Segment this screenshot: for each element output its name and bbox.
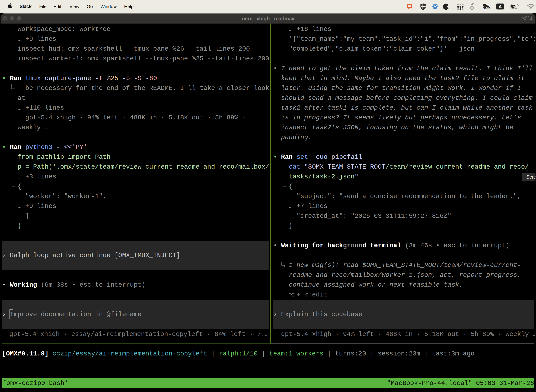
svg-text:..61: ..61 [484,6,489,9]
svg-text:A: A [498,4,502,9]
